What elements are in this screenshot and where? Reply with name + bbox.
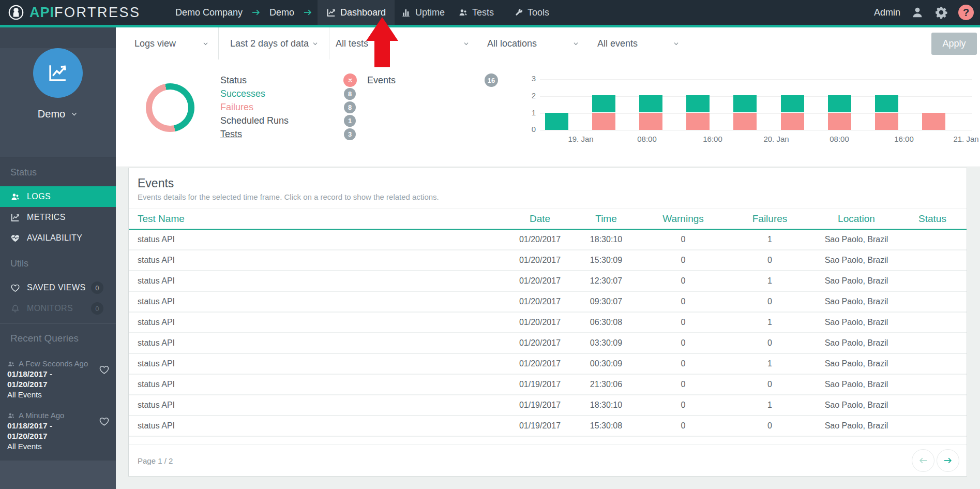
event-row[interactable]: status API01/20/201718:30:1001Sao Paolo,… [129, 230, 967, 250]
sidebar-item-badge: 0 [91, 281, 103, 294]
sidebar-item-metrics[interactable]: METRICS [0, 207, 116, 228]
heart-icon[interactable] [99, 364, 110, 375]
x-tick-label: 19. Jan [557, 135, 604, 143]
summary-panel: StatusSuccesses8Failures8Scheduled Runs1… [116, 60, 980, 167]
bar-successes-0 [545, 113, 568, 130]
legend-label-failures[interactable]: Failures [220, 102, 253, 112]
teal-accent-line [0, 25, 980, 27]
filter-tests-dropdown[interactable]: All tests [329, 27, 481, 60]
filter-locations-value: All locations [487, 38, 537, 49]
cell-time: 03:30:09 [571, 338, 641, 348]
user-icon[interactable] [911, 6, 924, 19]
bell-icon [10, 304, 20, 314]
cell-location: Sao Paolo, Brazil [815, 235, 898, 244]
prev-page-button[interactable] [912, 449, 934, 472]
sidebar-item-logs[interactable]: LOGS [0, 186, 116, 207]
next-page-button[interactable] [937, 449, 959, 472]
recent-query[interactable]: A Minute Ago01/18/2017 - 01/20/2017All E… [0, 410, 116, 452]
cell-location: Sao Paolo, Brazil [815, 297, 898, 306]
column-header-test-name: Test Name [129, 213, 509, 225]
line-chart-icon [47, 62, 69, 84]
gear-icon[interactable] [934, 6, 948, 19]
filter-timeframe-dropdown[interactable]: Last 2 days of data [219, 27, 329, 60]
project-avatar[interactable] [33, 48, 83, 98]
filter-events-dropdown[interactable]: All events [590, 27, 693, 60]
filter-view-dropdown[interactable]: Logs view [116, 27, 219, 60]
heart-icon[interactable] [99, 416, 110, 427]
cell-failures: 0 [725, 256, 815, 265]
logo-text: APIFORTRESS [29, 5, 141, 21]
cell-date: 01/20/2017 [509, 235, 571, 244]
sidebar-item-monitors[interactable]: MONITORS0 [0, 298, 116, 319]
cell-date: 01/20/2017 [509, 297, 571, 306]
project-selector[interactable]: Demo [38, 108, 78, 120]
chevron-down-icon [463, 40, 470, 47]
sidebar-item-saved-views[interactable]: SAVED VIEWS0 [0, 277, 116, 298]
x-mark-icon [346, 77, 354, 84]
event-row[interactable]: status API01/20/201706:30:0801Sao Paolo,… [129, 313, 967, 333]
tab-label: Dashboard [340, 7, 386, 18]
event-row[interactable]: status API01/20/201715:30:0900Sao Paolo,… [129, 250, 967, 271]
events-table-body: status API01/20/201718:30:1001Sao Paolo,… [129, 230, 967, 437]
bar-successes-3 [686, 95, 710, 112]
recent-queries-title: Recent Queries [0, 324, 116, 348]
event-row[interactable]: status API01/20/201700:30:0901Sao Paolo,… [129, 354, 967, 375]
bar-successes-2 [639, 95, 662, 112]
column-header-status: Status [898, 213, 967, 225]
query-age-label: A Few Seconds Ago [19, 359, 88, 369]
filter-events-value: All events [597, 38, 638, 49]
cell-time: 12:30:07 [571, 276, 641, 286]
tab-tests[interactable]: Tests [451, 0, 501, 25]
breadcrumb-item-demo-company[interactable]: Demo Company [175, 7, 243, 18]
query-scope: All Events [7, 390, 94, 400]
apifortress-logo[interactable]: APIFORTRESS [7, 0, 141, 25]
cell-time: 15:30:09 [571, 256, 641, 265]
chevron-down-icon [312, 40, 319, 47]
sidebar-item-availability[interactable]: AVAILABILITY [0, 228, 116, 248]
apply-button[interactable]: Apply [931, 33, 977, 55]
event-row[interactable]: status API01/20/201703:30:0900Sao Paolo,… [129, 333, 967, 354]
legend-label-tests[interactable]: Tests [220, 129, 242, 139]
main-tabs: DashboardUptimeTests [318, 0, 501, 25]
cell-date: 01/20/2017 [509, 359, 571, 368]
column-header-warnings: Warnings [641, 213, 725, 225]
events-card-subtitle: Events details for the selected time fra… [138, 192, 967, 201]
event-row[interactable]: status API01/19/201721:30:0600Sao Paolo,… [129, 375, 967, 395]
filter-locations-dropdown[interactable]: All locations [481, 27, 590, 60]
heart-pulse-icon [10, 233, 20, 243]
bar-failures-4 [733, 113, 757, 130]
event-row[interactable]: status API01/19/201718:30:1001Sao Paolo,… [129, 395, 967, 416]
y-tick-label: 2 [521, 91, 536, 100]
column-header-failures: Failures [725, 213, 815, 225]
breadcrumb-item-demo[interactable]: Demo [269, 7, 294, 18]
cell-test-name: status API [129, 297, 509, 306]
bar-successes-5 [781, 95, 804, 112]
bar-failures-5 [781, 113, 804, 130]
x-tick-label: 21. Jan [943, 135, 980, 143]
users-icon [458, 8, 468, 18]
users-icon [7, 412, 15, 420]
cell-warnings: 0 [641, 338, 725, 348]
cell-warnings: 0 [641, 401, 725, 410]
wrench-icon [514, 8, 523, 17]
cell-time: 21:30:06 [571, 380, 641, 389]
sidebar-item-label: AVAILABILITY [27, 233, 82, 243]
legend-label-successes[interactable]: Successes [220, 88, 265, 99]
legend-label-scheduled-runs: Scheduled Runs [220, 115, 289, 126]
chevron-down-icon [70, 110, 78, 118]
cell-test-name: status API [129, 421, 509, 431]
users-icon [10, 192, 20, 202]
event-row[interactable]: status API01/20/201709:30:0700Sao Paolo,… [129, 292, 967, 313]
cell-test-name: status API [129, 338, 509, 348]
cell-date: 01/20/2017 [509, 256, 571, 265]
recent-query[interactable]: A Few Seconds Ago01/18/2017 - 01/20/2017… [0, 359, 116, 400]
event-row[interactable]: status API01/19/201715:30:0800Sao Paolo,… [129, 416, 967, 437]
x-tick-label: 08:00 [624, 135, 670, 143]
help-icon[interactable]: ? [958, 5, 974, 20]
tab-uptime[interactable]: Uptime [395, 0, 451, 25]
cell-failures: 0 [725, 421, 815, 431]
sidebar-item-label: METRICS [27, 213, 66, 222]
event-row[interactable]: status API01/20/201712:30:0701Sao Paolo,… [129, 271, 967, 292]
cell-test-name: status API [129, 359, 509, 368]
tools-menu[interactable]: Tools [514, 0, 549, 25]
